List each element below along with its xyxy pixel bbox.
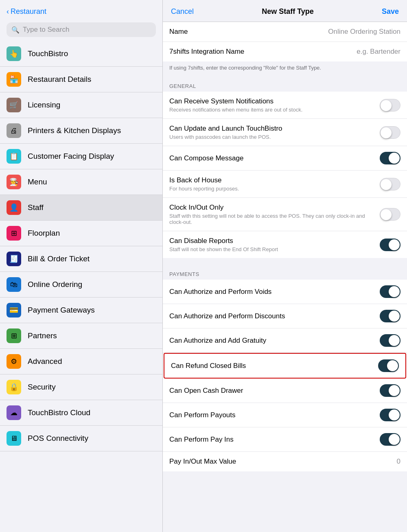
back-of-house-label: Is Back of House xyxy=(169,176,375,184)
pos-connectivity-label: POS Connectivity xyxy=(28,434,88,443)
disable-reports-content: Can Disable ReportsStaff will not be sho… xyxy=(169,237,380,252)
sidebar-item-bill-order[interactable]: 🧾Bill & Order Ticket xyxy=(0,246,162,272)
bill-order-label: Bill & Order Ticket xyxy=(28,254,90,263)
staff-label: Staff xyxy=(28,203,44,212)
menu-label: Menu xyxy=(28,177,47,186)
payment-row-pay-in-out-max[interactable]: Pay In/Out Max Value0 xyxy=(163,452,407,471)
sidebar-item-restaurant-details[interactable]: 🏪Restaurant Details xyxy=(0,67,162,92)
authorize-gratuity-toggle[interactable] xyxy=(380,334,400,347)
compose-message-toggle[interactable] xyxy=(380,152,400,164)
pos-connectivity-icon: 🖥 xyxy=(7,431,21,446)
sidebar-item-staff[interactable]: 👤Staff xyxy=(0,195,162,221)
payment-row-authorize-gratuity[interactable]: Can Authorize and Add Gratuity xyxy=(163,328,407,353)
cancel-button[interactable]: Cancel xyxy=(171,7,194,16)
back-nav[interactable]: ‹ Restaurant xyxy=(0,0,162,20)
open-cash-drawer-toggle[interactable] xyxy=(380,384,400,397)
partners-icon: ⊞ xyxy=(7,328,21,343)
back-chevron-icon: ‹ xyxy=(7,7,9,16)
back-of-house-content: Is Back of HouseFor hours reporting purp… xyxy=(169,176,380,192)
authorize-gratuity-content: Can Authorize and Add Gratuity xyxy=(169,337,380,345)
authorize-voids-content: Can Authorize and Perform Voids xyxy=(169,288,380,296)
pay-in-out-max-label: Pay In/Out Max Value xyxy=(169,458,392,466)
authorize-voids-toggle[interactable] xyxy=(380,285,400,298)
general-row-compose-message[interactable]: Can Compose Message xyxy=(163,146,407,171)
perform-pay-ins-toggle[interactable] xyxy=(380,433,400,446)
online-ordering-icon: 🛍 xyxy=(7,277,21,292)
name-row[interactable]: Name Online Ordering Station xyxy=(163,22,407,42)
form-area: Name Online Ordering Station 7shifts Int… xyxy=(163,22,407,532)
name-label: Name xyxy=(169,28,188,36)
main-panel: Cancel New Staff Type Save Name Online O… xyxy=(163,0,407,532)
sidebar-item-payment-gateways[interactable]: 💳Payment Gateways xyxy=(0,298,162,323)
update-launch-toggle[interactable] xyxy=(380,126,400,139)
perform-payouts-toggle[interactable] xyxy=(380,409,400,421)
customer-facing-label: Customer Facing Display xyxy=(28,152,114,161)
sidebar-item-online-ordering[interactable]: 🛍Online Ordering xyxy=(0,272,162,298)
sidebar-item-touchbistro[interactable]: 👆TouchBistro xyxy=(0,41,162,67)
search-input-wrap[interactable]: 🔍 Type to Search xyxy=(7,22,156,37)
back-of-house-toggle[interactable] xyxy=(380,178,400,190)
payment-row-authorize-voids[interactable]: Can Authorize and Perform Voids xyxy=(163,280,407,304)
menu-icon: 👨‍🍳 xyxy=(7,175,21,189)
search-bar[interactable]: 🔍 Type to Search xyxy=(0,20,162,41)
payment-row-refund-closed-bills[interactable]: Can Refund Closed Bills xyxy=(164,353,406,379)
general-row-back-of-house[interactable]: Is Back of HouseFor hours reporting purp… xyxy=(163,171,407,198)
save-button[interactable]: Save xyxy=(382,7,399,16)
back-of-house-sublabel: For hours reporting purposes. xyxy=(169,186,375,192)
licensing-icon: 🛒 xyxy=(7,98,21,112)
authorize-discounts-toggle[interactable] xyxy=(380,310,400,322)
printers-kitchen-icon: 🖨 xyxy=(7,123,21,138)
shifts-info: If using 7shifts, enter the correspondin… xyxy=(163,61,407,77)
system-notifications-content: Can Receive System NotificationsReceives… xyxy=(169,97,380,113)
floorplan-label: Floorplan xyxy=(28,229,60,238)
touchbistro-icon: 👆 xyxy=(7,46,21,61)
general-row-clock-in-out[interactable]: Clock In/Out OnlyStaff with this setting… xyxy=(163,198,407,231)
general-card: Can Receive System NotificationsReceives… xyxy=(163,92,407,258)
nav-list: 👆TouchBistro🏪Restaurant Details🛒Licensin… xyxy=(0,41,162,532)
general-row-disable-reports[interactable]: Can Disable ReportsStaff will not be sho… xyxy=(163,231,407,258)
search-placeholder: Type to Search xyxy=(23,26,69,34)
sidebar: ‹ Restaurant 🔍 Type to Search 👆TouchBist… xyxy=(0,0,163,532)
back-label[interactable]: Restaurant xyxy=(11,7,46,16)
general-row-update-launch[interactable]: Can Update and Launch TouchBistroUsers w… xyxy=(163,119,407,146)
sidebar-item-printers-kitchen[interactable]: 🖨Printers & Kitchen Displays xyxy=(0,118,162,144)
advanced-icon: ⚙ xyxy=(7,354,21,369)
page-title: New Staff Type xyxy=(262,7,314,16)
payment-gateways-icon: 💳 xyxy=(7,303,21,317)
payments-section-header: PAYMENTS xyxy=(163,265,407,280)
perform-payouts-content: Can Perform Payouts xyxy=(169,411,380,419)
shifts-row[interactable]: 7shifts Integration Name e.g. Bartender xyxy=(163,42,407,61)
perform-pay-ins-content: Can Perform Pay Ins xyxy=(169,436,380,444)
payment-row-perform-payouts[interactable]: Can Perform Payouts xyxy=(163,403,407,427)
compose-message-content: Can Compose Message xyxy=(169,154,380,162)
refund-closed-bills-toggle[interactable] xyxy=(378,359,399,372)
general-row-system-notifications[interactable]: Can Receive System NotificationsReceives… xyxy=(163,92,407,119)
payment-row-open-cash-drawer[interactable]: Can Open Cash Drawer xyxy=(163,379,407,403)
customer-facing-icon: 📋 xyxy=(7,149,21,164)
sidebar-item-floorplan[interactable]: ⊞Floorplan xyxy=(0,221,162,246)
system-notifications-toggle[interactable] xyxy=(380,99,400,112)
online-ordering-label: Online Ordering xyxy=(28,280,82,289)
payment-row-perform-pay-ins[interactable]: Can Perform Pay Ins xyxy=(163,427,407,452)
sidebar-item-menu[interactable]: 👨‍🍳Menu xyxy=(0,169,162,195)
sidebar-item-advanced[interactable]: ⚙Advanced xyxy=(0,349,162,374)
perform-pay-ins-label: Can Perform Pay Ins xyxy=(169,436,375,444)
sidebar-item-pos-connectivity[interactable]: 🖥POS Connectivity xyxy=(0,426,162,451)
shifts-label: 7shifts Integration Name xyxy=(169,48,244,56)
clock-in-out-toggle[interactable] xyxy=(380,208,400,221)
disable-reports-label: Can Disable Reports xyxy=(169,237,375,245)
search-icon: 🔍 xyxy=(11,26,20,34)
sidebar-item-security[interactable]: 🔒Security xyxy=(0,374,162,400)
sidebar-item-touchbistro-cloud[interactable]: ☁TouchBistro Cloud xyxy=(0,400,162,426)
pay-in-out-max-content: Pay In/Out Max Value xyxy=(169,458,397,466)
refund-closed-bills-content: Can Refund Closed Bills xyxy=(171,362,378,370)
update-launch-label: Can Update and Launch TouchBistro xyxy=(169,125,375,133)
clock-in-out-content: Clock In/Out OnlyStaff with this setting… xyxy=(169,204,380,225)
floorplan-icon: ⊞ xyxy=(7,226,21,241)
sidebar-item-partners[interactable]: ⊞Partners xyxy=(0,323,162,349)
payment-row-authorize-discounts[interactable]: Can Authorize and Perform Discounts xyxy=(163,304,407,328)
system-notifications-sublabel: Receives notifications when menu items a… xyxy=(169,107,375,113)
sidebar-item-customer-facing[interactable]: 📋Customer Facing Display xyxy=(0,144,162,169)
sidebar-item-licensing[interactable]: 🛒Licensing xyxy=(0,92,162,118)
disable-reports-toggle[interactable] xyxy=(380,239,400,251)
